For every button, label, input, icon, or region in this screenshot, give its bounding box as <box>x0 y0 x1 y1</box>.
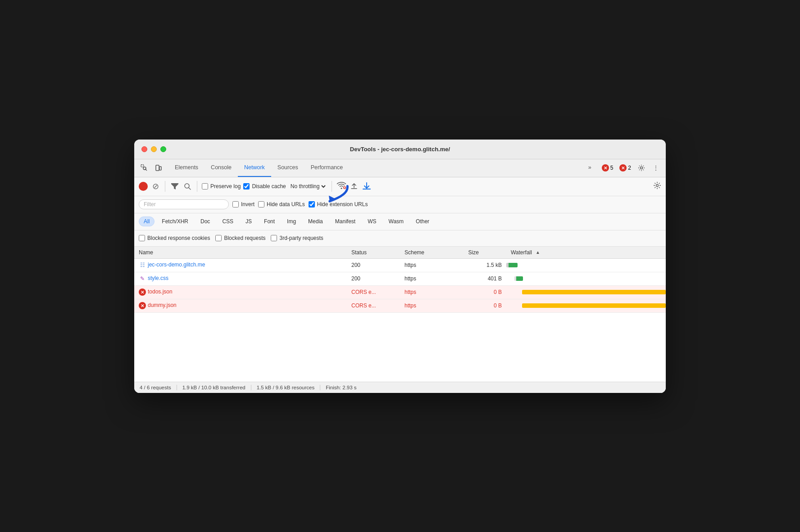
status-resources: 1.5 kB / 9.6 kB resources <box>251 385 320 390</box>
tab-more[interactable]: » <box>582 159 598 177</box>
blocked-requests-checkbox[interactable] <box>215 235 222 241</box>
blocked-cookies-checkbox[interactable] <box>139 235 145 241</box>
disable-cache-label[interactable]: Disable cache <box>243 183 286 189</box>
type-filter-other[interactable]: Other <box>411 216 434 226</box>
error-circle-icon: ✕ <box>139 302 146 309</box>
network-table-wrapper: Name Status Scheme Size Waterfall ▲ <box>134 247 666 382</box>
hide-data-urls-checkbox[interactable] <box>258 201 264 207</box>
cell-scheme: https <box>400 272 464 285</box>
svg-rect-0 <box>141 165 144 167</box>
tab-sources[interactable]: Sources <box>271 159 305 177</box>
hide-extension-urls-checkbox[interactable] <box>309 201 315 207</box>
inspect-element-icon[interactable] <box>138 162 150 174</box>
cell-size: 0 B <box>464 299 506 312</box>
filter-input[interactable] <box>139 199 229 209</box>
svg-rect-3 <box>159 167 161 170</box>
network-table: Name Status Scheme Size Waterfall ▲ <box>134 247 666 313</box>
tab-network[interactable]: Network <box>238 159 271 177</box>
error-circle-icon: ✕ <box>139 289 146 296</box>
type-filter-fetch[interactable]: Fetch/XHR <box>157 216 193 226</box>
table-header-row: Name Status Scheme Size Waterfall ▲ <box>134 247 666 259</box>
cell-status: CORS e... <box>347 299 400 312</box>
more-options-icon[interactable]: ⋮ <box>650 162 662 174</box>
hide-extension-urls-label[interactable]: Hide extension URLs <box>309 201 368 207</box>
cell-status: CORS e... <box>347 285 400 299</box>
settings-gear-icon[interactable] <box>635 162 648 174</box>
record-button[interactable] <box>139 182 148 191</box>
sort-arrow-icon: ▲ <box>536 250 540 255</box>
col-scheme[interactable]: Scheme <box>400 247 464 259</box>
third-party-label[interactable]: 3rd-party requests <box>271 235 323 241</box>
preserve-log-label[interactable]: Preserve log <box>202 183 241 189</box>
hide-data-urls-label[interactable]: Hide data URLs <box>258 201 305 207</box>
upload-icon[interactable] <box>349 181 359 191</box>
invert-label[interactable]: Invert <box>232 201 255 207</box>
tab-elements[interactable]: Elements <box>168 159 205 177</box>
error-icon-1: ✕ <box>602 164 609 171</box>
network-settings-icon[interactable] <box>653 181 661 191</box>
status-transferred: 1.9 kB / 10.0 kB transferred <box>177 385 251 390</box>
col-status[interactable]: Status <box>347 247 400 259</box>
close-button[interactable] <box>141 146 147 152</box>
type-filter-media[interactable]: Media <box>303 216 328 226</box>
cell-name[interactable]: ✕todos.json <box>134 285 347 299</box>
col-waterfall[interactable]: Waterfall ▲ <box>506 247 666 259</box>
tab-bar: Elements Console Network Sources Perform… <box>134 159 666 177</box>
col-name[interactable]: Name <box>134 247 347 259</box>
download-icon[interactable] <box>362 181 372 191</box>
search-icon[interactable] <box>182 181 192 191</box>
table-row[interactable]: ✕todos.jsonCORS e...https0 B <box>134 285 666 299</box>
traffic-lights <box>141 146 166 152</box>
minimize-button[interactable] <box>151 146 157 152</box>
cell-waterfall <box>506 272 666 285</box>
cell-name[interactable]: ✕dummy.json <box>134 299 347 312</box>
cell-size: 401 B <box>464 272 506 285</box>
disable-cache-checkbox[interactable] <box>243 183 250 189</box>
cell-scheme: https <box>400 299 464 312</box>
tab-bar-icons <box>138 162 165 174</box>
cell-size: 1.5 kB <box>464 258 506 272</box>
svg-rect-2 <box>156 165 159 171</box>
blocked-requests-label[interactable]: Blocked requests <box>215 235 265 241</box>
filter-icon[interactable] <box>170 181 180 191</box>
svg-point-1 <box>143 167 146 170</box>
cell-name[interactable]: ✎style.css <box>134 272 347 285</box>
svg-point-7 <box>656 185 659 187</box>
tab-console[interactable]: Console <box>205 159 238 177</box>
type-filter-css[interactable]: CSS <box>217 216 238 226</box>
tab-end-icons: » ✕ 5 ✕ 2 ⋮ <box>582 159 662 177</box>
throttle-select[interactable]: No throttling Fast 3G Slow 3G <box>289 183 327 190</box>
table-row[interactable]: ✕dummy.jsonCORS e...https0 B <box>134 299 666 312</box>
invert-checkbox[interactable] <box>232 201 239 207</box>
type-filter-img[interactable]: Img <box>282 216 301 226</box>
type-filter-wasm[interactable]: Wasm <box>384 216 409 226</box>
type-filter-doc[interactable]: Doc <box>195 216 215 226</box>
type-filter-js[interactable]: JS <box>241 216 257 226</box>
error-badge-2[interactable]: ✕ 2 <box>617 163 633 172</box>
device-toolbar-icon[interactable] <box>152 162 165 174</box>
table-row[interactable]: ✎style.css200https401 B <box>134 272 666 285</box>
type-filter-manifest[interactable]: Manifest <box>330 216 360 226</box>
blocked-cookies-label[interactable]: Blocked response cookies <box>139 235 210 241</box>
type-filter-all[interactable]: All <box>139 216 155 226</box>
maximize-button[interactable] <box>160 146 166 152</box>
col-size[interactable]: Size <box>464 247 506 259</box>
doc-icon: ☷ <box>139 261 146 269</box>
devtools-body: Elements Console Network Sources Perform… <box>134 159 666 393</box>
type-filter-bar: All Fetch/XHR Doc CSS JS Font Img Media … <box>134 213 666 230</box>
error-badge-1[interactable]: ✕ 5 <box>600 163 616 172</box>
type-filter-font[interactable]: Font <box>259 216 280 226</box>
clear-button[interactable]: ⊘ <box>150 181 160 191</box>
window-title: DevTools - jec-cors-demo.glitch.me/ <box>350 146 450 153</box>
table-row[interactable]: ☷jec-cors-demo.glitch.me200https1.5 kB <box>134 258 666 272</box>
cell-waterfall <box>506 299 666 312</box>
network-conditions-icon[interactable] <box>336 181 346 191</box>
tab-performance[interactable]: Performance <box>305 159 350 177</box>
preserve-log-checkbox[interactable] <box>202 183 208 189</box>
cell-name[interactable]: ☷jec-cors-demo.glitch.me <box>134 258 347 272</box>
third-party-checkbox[interactable] <box>271 235 277 241</box>
blocked-bar: Blocked response cookies Blocked request… <box>134 230 666 247</box>
throttle-selector[interactable]: No throttling Fast 3G Slow 3G <box>289 183 327 190</box>
status-finish: Finish: 2.93 s <box>320 385 362 390</box>
type-filter-ws[interactable]: WS <box>363 216 381 226</box>
